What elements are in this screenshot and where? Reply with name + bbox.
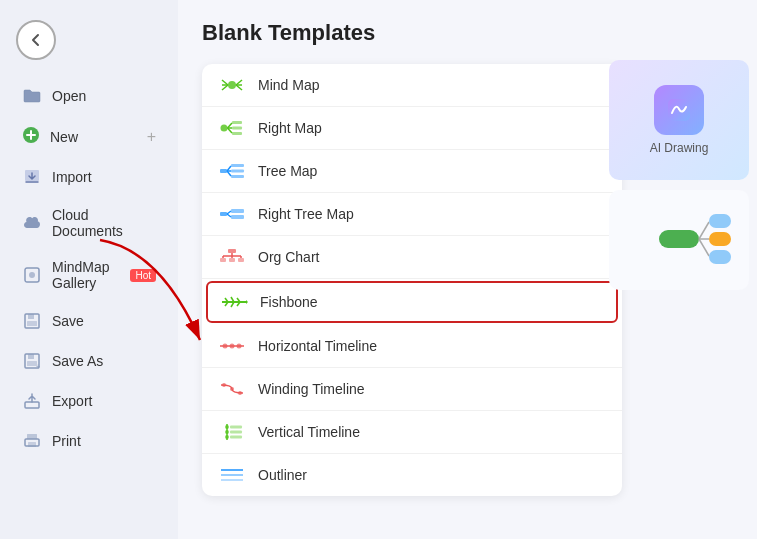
- import-icon: [22, 167, 42, 187]
- svg-line-81: [699, 222, 709, 239]
- svg-rect-85: [709, 232, 731, 246]
- sidebar-item-import[interactable]: Import: [6, 158, 172, 196]
- export-icon: [22, 391, 42, 411]
- ai-drawing-icon: [654, 85, 704, 135]
- sidebar-item-print-label: Print: [52, 433, 81, 449]
- svg-rect-52: [229, 258, 235, 262]
- svg-text:+: +: [36, 363, 40, 370]
- svg-rect-38: [231, 170, 244, 173]
- svg-point-6: [29, 272, 35, 278]
- svg-rect-43: [231, 209, 244, 213]
- svg-rect-40: [220, 212, 227, 216]
- ai-drawing-label: AI Drawing: [650, 141, 709, 155]
- template-label-winding-timeline: Winding Timeline: [258, 381, 365, 397]
- templates-panel: Mind Map Right Map: [202, 64, 622, 496]
- svg-rect-75: [230, 436, 242, 439]
- sidebar-item-save-as[interactable]: + Save As: [6, 342, 172, 380]
- template-label-right-map: Right Map: [258, 120, 322, 136]
- sidebar-item-open[interactable]: Open: [6, 77, 172, 115]
- svg-rect-8: [28, 314, 34, 319]
- template-item-right-tree-map[interactable]: Right Tree Map: [202, 193, 622, 236]
- svg-point-66: [222, 383, 226, 387]
- svg-rect-39: [231, 175, 244, 178]
- sidebar-item-export-label: Export: [52, 393, 92, 409]
- template-item-vertical-timeline[interactable]: Vertical Timeline: [202, 411, 622, 454]
- svg-rect-17: [28, 442, 36, 447]
- template-label-horizontal-timeline: Horizontal Timeline: [258, 338, 377, 354]
- svg-point-72: [225, 435, 229, 439]
- svg-rect-32: [232, 132, 242, 135]
- svg-rect-86: [709, 250, 731, 264]
- page-title: Blank Templates: [202, 20, 733, 46]
- sidebar-item-print[interactable]: Print: [6, 422, 172, 460]
- svg-rect-33: [220, 169, 227, 173]
- tree-preview: [609, 190, 749, 290]
- svg-point-70: [225, 425, 229, 429]
- template-label-vertical-timeline: Vertical Timeline: [258, 424, 360, 440]
- template-label-tree-map: Tree Map: [258, 163, 317, 179]
- htimeline-icon: [218, 336, 246, 356]
- template-label-mind-map: Mind Map: [258, 77, 319, 93]
- template-label-org-chart: Org Chart: [258, 249, 319, 265]
- ai-drawing-card[interactable]: AI Drawing: [609, 60, 749, 180]
- template-item-org-chart[interactable]: Org Chart: [202, 236, 622, 279]
- template-item-right-map[interactable]: Right Map: [202, 107, 622, 150]
- svg-rect-37: [231, 164, 244, 167]
- template-item-mind-map[interactable]: Mind Map: [202, 64, 622, 107]
- template-item-horizontal-timeline[interactable]: Horizontal Timeline: [202, 325, 622, 368]
- back-button[interactable]: [16, 20, 56, 60]
- new-plus-icon: +: [147, 128, 156, 146]
- main-content: Blank Templates Mind Map: [178, 0, 757, 539]
- sidebar-item-export[interactable]: Export: [6, 382, 172, 420]
- svg-rect-30: [232, 121, 242, 124]
- fishbone-icon: [220, 292, 248, 312]
- svg-line-42: [227, 214, 231, 217]
- svg-marker-61: [246, 300, 248, 304]
- svg-rect-11: [28, 354, 34, 359]
- template-item-winding-timeline[interactable]: Winding Timeline: [202, 368, 622, 411]
- folder-icon: [22, 86, 42, 106]
- sidebar-item-open-label: Open: [52, 88, 86, 104]
- svg-rect-14: [25, 402, 39, 408]
- righttreemap-icon: [218, 204, 246, 224]
- svg-rect-45: [228, 249, 236, 253]
- save-icon: [22, 311, 42, 331]
- tree-preview-card[interactable]: [609, 190, 749, 290]
- wtimeline-icon: [218, 379, 246, 399]
- svg-rect-74: [230, 431, 242, 434]
- svg-point-26: [221, 125, 228, 132]
- svg-rect-31: [232, 127, 242, 130]
- svg-point-71: [225, 430, 229, 434]
- template-item-outliner[interactable]: Outliner: [202, 454, 622, 496]
- new-icon: [22, 126, 40, 147]
- mindmap-icon: [218, 75, 246, 95]
- template-item-fishbone[interactable]: Fishbone: [206, 281, 618, 323]
- treemap-icon: [218, 161, 246, 181]
- cloud-icon: [22, 213, 42, 233]
- sidebar-item-save-label: Save: [52, 313, 84, 329]
- template-label-fishbone: Fishbone: [260, 294, 318, 310]
- sidebar: Open New + Import: [0, 0, 178, 539]
- svg-rect-51: [220, 258, 226, 262]
- sidebar-item-save-as-label: Save As: [52, 353, 103, 369]
- sidebar-item-import-label: Import: [52, 169, 92, 185]
- svg-rect-84: [709, 214, 731, 228]
- sidebar-item-mindmap-gallery[interactable]: MindMap Gallery Hot: [6, 250, 172, 300]
- svg-point-63: [223, 344, 228, 349]
- sidebar-item-cloud[interactable]: Cloud Documents: [6, 198, 172, 248]
- svg-line-83: [699, 239, 709, 256]
- back-arrow-icon: [28, 32, 44, 48]
- svg-point-67: [230, 387, 234, 391]
- right-cards: AI Drawing: [609, 60, 749, 290]
- sidebar-item-new[interactable]: New +: [6, 117, 172, 156]
- save-as-icon: +: [22, 351, 42, 371]
- hot-badge: Hot: [130, 269, 156, 282]
- sidebar-item-cloud-label: Cloud Documents: [52, 207, 156, 239]
- rightmap-icon: [218, 118, 246, 138]
- template-label-outliner: Outliner: [258, 467, 307, 483]
- svg-point-65: [237, 344, 242, 349]
- svg-rect-9: [27, 321, 37, 326]
- template-item-tree-map[interactable]: Tree Map: [202, 150, 622, 193]
- sidebar-item-save[interactable]: Save: [6, 302, 172, 340]
- svg-point-68: [238, 391, 242, 395]
